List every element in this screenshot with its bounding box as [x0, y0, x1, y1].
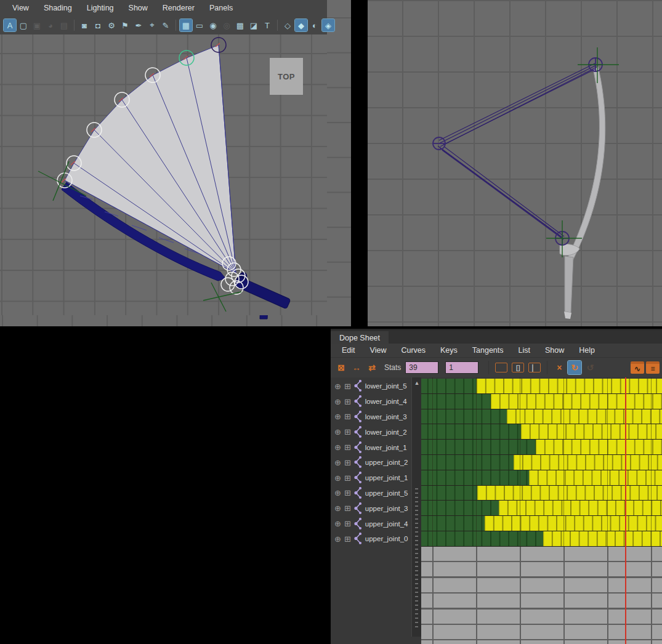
expand-circle-icon[interactable]: ⊕ [334, 520, 341, 528]
unselected-keys[interactable] [421, 486, 477, 501]
camera-settings-icon[interactable]: ⚙ [105, 19, 118, 31]
viewport-side[interactable] [368, 0, 662, 326]
outliner-row[interactable]: ⊕⊞upper_joint_0 [331, 531, 411, 547]
selected-keys[interactable] [499, 501, 662, 515]
unselected-keys[interactable] [421, 409, 507, 424]
mute-keys-icon[interactable]: × [552, 361, 566, 374]
joint-name[interactable]: upper_joint_3 [365, 505, 408, 512]
expand-circle-icon[interactable]: ⊕ [334, 382, 341, 390]
loop-icon[interactable]: ↻ [568, 361, 581, 374]
outliner-row[interactable]: ⊕⊞lower_joint_3 [331, 409, 411, 425]
frame-all-icon[interactable] [495, 363, 507, 372]
dope-sheet-window-icon[interactable]: ≡ [646, 361, 660, 374]
frame-center-icon[interactable]: [] [512, 363, 524, 372]
joint-name[interactable]: lower_joint_5 [365, 382, 407, 390]
selected-keys[interactable] [491, 394, 662, 409]
outliner-row[interactable]: ⊕⊞lower_joint_1 [331, 440, 411, 455]
unselected-keys[interactable] [421, 440, 536, 454]
dope-menu-view[interactable]: View [363, 346, 394, 355]
joint-name[interactable]: upper_joint_4 [365, 520, 408, 528]
expand-box-icon[interactable]: ⊞ [344, 413, 351, 421]
stat-field-end[interactable]: 1 [445, 361, 478, 374]
outliner-row[interactable]: ⊕⊞upper_joint_2 [331, 455, 411, 470]
text-hud-icon[interactable]: T [261, 19, 273, 31]
camera-attributes-icon[interactable]: ◘ [92, 19, 104, 31]
joint-name[interactable]: lower_joint_1 [365, 444, 407, 451]
dope-menu-edit[interactable]: Edit [334, 346, 363, 355]
selected-keys[interactable] [536, 440, 662, 454]
pencil-icon[interactable]: ✎ [159, 19, 172, 31]
outliner-row[interactable]: ⊕⊞upper_joint_3 [331, 501, 411, 516]
buffer-curves-icon[interactable]: ↺ [583, 361, 597, 374]
wireframe-cube-icon[interactable]: ◇ [281, 19, 294, 31]
viewport-top[interactable]: TOP [0, 34, 327, 315]
expand-box-icon[interactable]: ⊞ [344, 474, 351, 482]
outliner-scrollbar[interactable]: ▲ [411, 377, 421, 637]
lighting-icon[interactable]: ◐ [309, 19, 321, 31]
katana-side[interactable] [560, 66, 605, 319]
joint-name[interactable]: lower_joint_3 [365, 413, 407, 421]
unselected-keys[interactable] [421, 470, 529, 485]
expand-box-icon[interactable]: ⊞ [344, 428, 351, 436]
selected-keys[interactable] [543, 531, 662, 546]
joint-name[interactable]: upper_joint_5 [365, 489, 408, 497]
grid-icon[interactable]: ▦ [180, 19, 192, 31]
stat-field-start[interactable]: 39 [405, 361, 438, 374]
move-keys-tool-icon[interactable]: ↔ [350, 361, 363, 374]
outliner-row[interactable]: ⊕⊞upper_joint_5 [331, 486, 411, 501]
joint-name[interactable]: lower_joint_4 [365, 398, 407, 405]
image-plane-icon[interactable]: ◪ [248, 19, 260, 31]
selected-keys[interactable] [477, 486, 662, 501]
shaded-cube-icon[interactable]: ◆ [295, 19, 307, 31]
textured-cube-icon[interactable]: ◈ [322, 19, 334, 31]
keyframe-tracks[interactable] [421, 377, 662, 644]
film-gate-icon[interactable]: ▭ [193, 19, 206, 31]
layers-icon[interactable]: ▣ [31, 19, 43, 31]
resolution-gate-icon[interactable]: ◉ [207, 19, 219, 31]
menu-panels[interactable]: Panels [202, 4, 240, 12]
expand-box-icon[interactable]: ⊞ [344, 520, 351, 528]
joint-name[interactable]: lower_joint_2 [365, 429, 407, 436]
selected-keys[interactable] [514, 455, 662, 470]
expand-circle-icon[interactable]: ⊕ [334, 489, 341, 497]
expand-box-icon[interactable]: ⊞ [344, 489, 351, 497]
menu-shading[interactable]: Shading [36, 4, 79, 12]
unselected-keys[interactable] [421, 531, 543, 546]
field-chart-icon[interactable]: ▩ [234, 19, 246, 31]
expand-circle-icon[interactable]: ⊕ [334, 428, 341, 436]
expand-circle-icon[interactable]: ⊕ [334, 535, 341, 543]
selected-keys[interactable] [485, 516, 662, 531]
menu-view[interactable]: View [5, 4, 36, 12]
outliner-row[interactable]: ⊕⊞upper_joint_4 [331, 516, 411, 531]
joint-name[interactable]: upper_joint_0 [365, 535, 408, 542]
expand-circle-icon[interactable]: ⊕ [334, 443, 341, 451]
scroll-up-icon[interactable]: ▲ [412, 379, 422, 387]
selected-keys[interactable] [507, 409, 662, 424]
dope-menu-keys[interactable]: Keys [433, 346, 465, 355]
camera-icon[interactable]: ◙ [78, 19, 91, 31]
menu-show[interactable]: Show [121, 4, 155, 12]
quill-icon[interactable]: ✒ [132, 19, 145, 31]
expand-box-icon[interactable]: ⊞ [344, 398, 351, 406]
expand-circle-icon[interactable]: ⊕ [334, 398, 341, 406]
unselected-keys[interactable] [421, 455, 514, 470]
expand-box-icon[interactable]: ⊞ [344, 535, 351, 543]
outliner-row[interactable]: ⊕⊞upper_joint_1 [331, 470, 411, 486]
scale-keys-tool-icon[interactable]: ⇄ [365, 361, 379, 374]
expand-box-icon[interactable]: ⊞ [344, 443, 351, 451]
expand-box-icon[interactable]: ⊞ [344, 504, 351, 512]
selected-keys[interactable] [477, 379, 662, 393]
outliner-row[interactable]: ⊕⊞lower_joint_4 [331, 394, 411, 409]
annotation-icon[interactable]: A [4, 19, 16, 31]
current-time-indicator[interactable] [625, 377, 626, 644]
expand-box-icon[interactable]: ⊞ [344, 382, 351, 390]
scrollbar-grip[interactable] [415, 488, 418, 630]
dope-menu-help[interactable]: Help [571, 346, 602, 355]
dope-sheet-title[interactable]: Dope Sheet [331, 331, 389, 345]
menu-lighting[interactable]: Lighting [79, 4, 121, 12]
frame-playback-icon[interactable]: ▏ [528, 363, 541, 372]
graph-editor-icon[interactable]: ∿ [631, 361, 644, 374]
frame-icon[interactable]: ▢ [17, 19, 30, 31]
bookmark-icon[interactable]: ⚑ [119, 19, 131, 31]
outliner-row[interactable]: ⊕⊞lower_joint_2 [331, 424, 411, 440]
